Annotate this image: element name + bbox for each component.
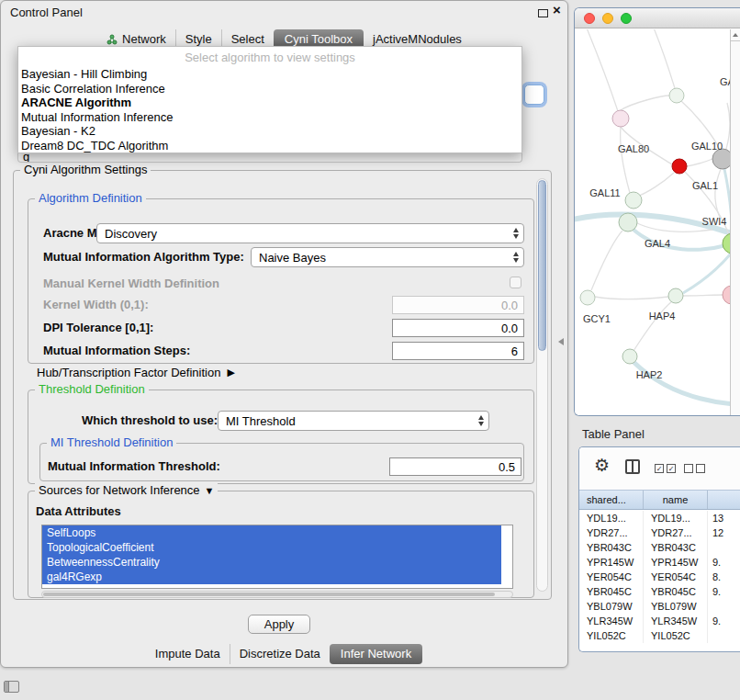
popup-item[interactable]: Dream8 DC_TDC Algorithm xyxy=(18,139,521,153)
table-row[interactable]: YLR345W YLR345W 9. xyxy=(579,614,740,628)
scroll-up-arrow-icon[interactable] xyxy=(731,29,740,41)
tab-discretize-data[interactable]: Discretize Data xyxy=(230,644,330,664)
empty-box-icon xyxy=(696,464,705,473)
popup-item[interactable]: Bayesian - Hill Climbing xyxy=(18,67,521,82)
settings-scrollbar[interactable] xyxy=(536,178,548,592)
node-label: SWI4 xyxy=(702,216,727,227)
list-item-selected[interactable]: TopologicalCoefficient xyxy=(42,540,501,555)
node-label: GAL80 xyxy=(618,143,649,154)
manual-kernel-width-checkbox[interactable] xyxy=(510,277,521,288)
popup-item[interactable]: Basic Correlation Inference xyxy=(18,82,521,96)
collapsed-arrow-icon: ▶ xyxy=(227,367,234,378)
kernel-width-field[interactable]: 0.0 xyxy=(392,296,524,314)
hub-transcription-factor-section[interactable]: Hub/Transcription Factor Definition ▶ xyxy=(37,366,235,379)
popup-item[interactable]: Bayesian - K2 xyxy=(18,124,521,139)
scrollbar-thumb[interactable] xyxy=(43,593,495,596)
node-hap2[interactable] xyxy=(622,349,637,364)
cell: YIL052C xyxy=(579,628,644,643)
aracne-mode-select[interactable]: Discovery xyxy=(96,223,524,243)
table-row[interactable]: YIL052C YIL052C xyxy=(579,628,740,643)
node-green[interactable] xyxy=(723,233,730,254)
table-row[interactable]: YBL079W YBL079W xyxy=(579,599,740,614)
mi-threshold-field[interactable]: 0.5 xyxy=(389,457,521,476)
mi-steps-field[interactable]: 6 xyxy=(392,342,524,360)
table-toolbar: ⚙ ✓ ✓ xyxy=(579,447,740,490)
algorithm-definition-group: Algorithm Definition Aracne Mode: Discov… xyxy=(28,198,534,364)
node-label: GAL4 xyxy=(645,238,670,249)
dpi-tolerance-field[interactable]: 0.0 xyxy=(392,319,524,337)
column-header-name[interactable]: name xyxy=(644,491,708,509)
node-gcy1[interactable] xyxy=(580,290,595,305)
node[interactable] xyxy=(612,110,629,127)
table-row[interactable]: YDL19... YDL19... 13 xyxy=(579,511,740,525)
expanded-arrow-icon: ▼ xyxy=(205,485,215,496)
cell: YIL052C xyxy=(644,628,708,643)
which-threshold-label: Which threshold to use: xyxy=(82,413,218,427)
cell xyxy=(708,599,740,614)
splitter-collapse-icon[interactable] xyxy=(558,338,564,345)
minimize-traffic-light[interactable] xyxy=(602,13,613,24)
cell: YBR043C xyxy=(579,540,644,555)
node-pink[interactable] xyxy=(723,286,730,304)
tab-infer-network[interactable]: Infer Network xyxy=(330,644,422,664)
focused-button[interactable] xyxy=(524,85,544,105)
popup-item[interactable]: Mutual Information Inference xyxy=(18,110,521,125)
table-row[interactable]: YDR27... YDR27... 12 xyxy=(579,525,740,540)
control-panel-window: Control Panel × Network Style Select Cyn… xyxy=(0,0,568,668)
column-selector-icon[interactable] xyxy=(625,459,640,474)
settings-gear-icon[interactable]: ⚙ xyxy=(594,455,610,476)
table-row[interactable]: YPR145W YPR145W 9. xyxy=(579,555,740,570)
table-row[interactable]: YBR045C YBR045C 9. xyxy=(579,584,740,599)
cell: 9. xyxy=(708,614,740,628)
popup-item-highlighted[interactable]: ARACNE Algorithm xyxy=(18,96,521,110)
cell: YBR043C xyxy=(644,540,708,555)
node-hap4[interactable] xyxy=(668,288,683,303)
table-body: YDL19... YDL19... 13 YDR27... YDR27... 1… xyxy=(579,511,740,651)
tab-impute-data[interactable]: Impute Data xyxy=(146,644,230,664)
list-horizontal-scrollbar[interactable] xyxy=(41,591,513,598)
column-header-clipped[interactable] xyxy=(708,491,740,509)
node-gray[interactable] xyxy=(712,149,730,169)
mi-algorithm-type-label: Mutual Information Algorithm Type: xyxy=(43,250,244,264)
node[interactable] xyxy=(625,192,642,209)
group-legend: Cyni Algorithm Settings xyxy=(20,163,151,176)
node-gal4[interactable] xyxy=(619,213,637,231)
list-item-selected[interactable]: gal4RGexp xyxy=(42,570,501,584)
network-canvas[interactable]: GAL GAL80 GAL10 GAL11 GAL1 SWI4 GAL4 GCY… xyxy=(575,29,730,415)
close-icon[interactable]: × xyxy=(553,2,561,17)
float-window-icon[interactable] xyxy=(538,9,548,17)
cell: YDL19... xyxy=(579,511,644,525)
table-row[interactable]: YBR043C YBR043C xyxy=(579,540,740,555)
which-threshold-select[interactable]: MI Threshold xyxy=(218,411,489,431)
list-item-selected[interactable]: BetweennessCentrality xyxy=(42,555,501,570)
sources-group: Sources for Network Inference ▼ Data Att… xyxy=(28,491,534,598)
node-label: GAL xyxy=(720,76,730,87)
window-title: Control Panel xyxy=(10,6,83,19)
cyni-algorithm-settings-group: Cyni Algorithm Settings Algorithm Defini… xyxy=(13,170,552,600)
table-row[interactable]: YER054C YER054C 8. xyxy=(579,570,740,584)
cell: YER054C xyxy=(579,570,644,584)
deselect-all-icon[interactable] xyxy=(684,464,705,473)
column-header-shared-name[interactable]: shared... xyxy=(579,491,644,509)
node[interactable] xyxy=(669,88,684,103)
node-gal10-red[interactable] xyxy=(672,159,687,174)
select-all-icon[interactable]: ✓ ✓ xyxy=(655,464,676,473)
mi-algorithm-type-select[interactable]: Naive Bayes xyxy=(251,247,524,267)
table-panel-title: Table Panel xyxy=(582,427,645,441)
apply-button[interactable]: Apply xyxy=(248,615,310,634)
close-traffic-light[interactable] xyxy=(584,13,595,24)
stepper-icon xyxy=(513,252,519,263)
cell: YBR045C xyxy=(579,584,644,599)
dpi-tolerance-label: DPI Tolerance [0,1]: xyxy=(43,321,153,334)
network-vertical-scrollbar[interactable] xyxy=(730,29,740,415)
zoom-traffic-light[interactable] xyxy=(621,13,632,24)
scrollbar-thumb[interactable] xyxy=(538,180,546,351)
sources-legend[interactable]: Sources for Network Inference ▼ xyxy=(35,483,218,497)
selected-value: Naive Bayes xyxy=(259,251,326,265)
popup-placeholder: Select algorithm to view settings xyxy=(18,50,521,67)
collapsed-panel-icon[interactable] xyxy=(4,681,19,693)
cell: 13 xyxy=(708,511,740,525)
list-item-selected[interactable]: SelfLoops xyxy=(42,525,501,540)
network-window-titlebar xyxy=(575,8,740,28)
cell: 9. xyxy=(708,555,740,570)
